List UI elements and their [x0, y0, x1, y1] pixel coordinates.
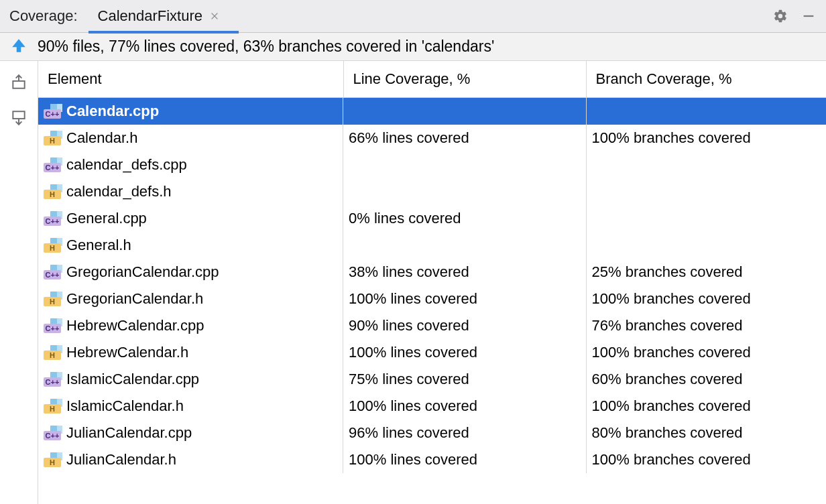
h-file-icon: H — [44, 184, 62, 199]
coverage-summary: 90% files, 77% lines covered, 63% branch… — [0, 33, 826, 61]
svg-rect-3 — [13, 81, 24, 88]
file-name: Calendar.cpp — [66, 103, 159, 120]
cell-branch-coverage: 100% branches covered — [586, 393, 826, 420]
table-row[interactable]: C++calendar_defs.cpp — [38, 151, 826, 178]
cell-line-coverage: 38% lines covered — [343, 259, 586, 286]
cpp-file-icon: C++ — [44, 426, 62, 440]
cell-line-coverage: 90% lines covered — [343, 312, 586, 339]
col-line[interactable]: Line Coverage, % — [343, 61, 586, 98]
cell-branch-coverage: 100% branches covered — [586, 339, 826, 366]
cpp-file-icon: C++ — [44, 211, 62, 226]
file-name: GregorianCalendar.h — [66, 290, 203, 308]
file-name: JulianCalendar.h — [66, 451, 176, 468]
cell-element: C++JulianCalendar.cpp — [38, 420, 343, 446]
file-name: HebrewCalendar.cpp — [66, 317, 204, 334]
panel-title: Coverage: — [9, 7, 78, 25]
cell-element: HCalendar.h — [38, 125, 343, 151]
file-name: calendar_defs.cpp — [66, 156, 187, 174]
cell-branch-coverage — [586, 151, 826, 178]
h-file-icon: H — [44, 292, 62, 306]
cell-branch-coverage: 25% branches covered — [586, 259, 826, 286]
file-name: General.h — [66, 237, 131, 254]
col-element[interactable]: Element — [38, 61, 343, 98]
file-name: JulianCalendar.cpp — [66, 424, 192, 442]
table-row[interactable]: C++Calendar.cpp — [38, 98, 826, 125]
table-row[interactable]: Hcalendar_defs.h — [38, 178, 826, 205]
table-row[interactable]: C++General.cpp0% lines covered — [38, 205, 826, 232]
file-name: HebrewCalendar.h — [66, 344, 188, 361]
cell-element: Hcalendar_defs.h — [38, 178, 343, 205]
cell-element: HJulianCalendar.h — [38, 446, 343, 473]
table-row[interactable]: C++JulianCalendar.cpp96% lines covered80… — [38, 420, 826, 446]
file-name: Calendar.h — [66, 129, 137, 147]
cell-line-coverage — [343, 98, 586, 125]
table-header-row: Element Line Coverage, % Branch Coverage… — [38, 61, 826, 98]
table-row[interactable]: C++HebrewCalendar.cpp90% lines covered76… — [38, 312, 826, 339]
cell-element: HGeneral.h — [38, 232, 343, 259]
coverage-panel-header: Coverage: CalendarFixture — [0, 0, 826, 33]
table-row[interactable]: HJulianCalendar.h100% lines covered100% … — [38, 446, 826, 473]
file-name: IslamicCalendar.cpp — [66, 371, 199, 388]
cpp-file-icon: C++ — [44, 104, 62, 119]
table-row[interactable]: HGeneral.h — [38, 232, 826, 259]
coverage-tab[interactable]: CalendarFixture — [98, 0, 221, 33]
cpp-file-icon: C++ — [44, 265, 62, 279]
cell-branch-coverage: 100% branches covered — [586, 446, 826, 473]
file-name: calendar_defs.h — [66, 183, 172, 200]
cell-element: C++Calendar.cpp — [38, 98, 343, 125]
table-row[interactable]: HIslamicCalendar.h100% lines covered100%… — [38, 393, 826, 420]
coverage-toolbar — [0, 33, 38, 504]
col-branch[interactable]: Branch Coverage, % — [586, 61, 826, 98]
cpp-file-icon: C++ — [44, 318, 62, 333]
active-tab-underline — [88, 31, 239, 34]
cell-line-coverage: 75% lines covered — [343, 366, 586, 393]
cell-element: C++GregorianCalendar.cpp — [38, 259, 343, 286]
cell-branch-coverage: 80% branches covered — [586, 420, 826, 446]
gear-icon[interactable] — [772, 8, 788, 24]
cell-branch-coverage: 76% branches covered — [586, 312, 826, 339]
cell-line-coverage: 66% lines covered — [343, 125, 586, 151]
cell-line-coverage — [343, 178, 586, 205]
coverage-table: Element Line Coverage, % Branch Coverage… — [38, 61, 826, 473]
close-tab-icon[interactable] — [209, 11, 220, 21]
cell-branch-coverage — [586, 232, 826, 259]
h-file-icon: H — [44, 238, 62, 253]
hide-panel-icon[interactable] — [801, 8, 817, 24]
table-row[interactable]: HGregorianCalendar.h100% lines covered10… — [38, 286, 826, 312]
cell-branch-coverage: 100% branches covered — [586, 125, 826, 151]
file-name: IslamicCalendar.h — [66, 397, 184, 415]
cell-line-coverage: 96% lines covered — [343, 420, 586, 446]
cell-element: HIslamicCalendar.h — [38, 393, 343, 420]
table-row[interactable]: C++IslamicCalendar.cpp75% lines covered6… — [38, 366, 826, 393]
expand-packages-icon[interactable] — [10, 109, 27, 127]
cell-line-coverage: 100% lines covered — [343, 393, 586, 420]
flatten-packages-icon[interactable] — [10, 73, 27, 90]
cpp-file-icon: C++ — [44, 158, 62, 172]
cell-branch-coverage: 100% branches covered — [586, 286, 826, 312]
h-file-icon: H — [44, 399, 62, 414]
cell-line-coverage: 100% lines covered — [343, 286, 586, 312]
h-file-icon: H — [44, 131, 62, 145]
table-row[interactable]: HCalendar.h66% lines covered100% branche… — [38, 125, 826, 151]
h-file-icon: H — [44, 452, 62, 467]
cell-line-coverage: 100% lines covered — [343, 339, 586, 366]
cell-element: HHebrewCalendar.h — [38, 339, 343, 366]
table-row[interactable]: HHebrewCalendar.h100% lines covered100% … — [38, 339, 826, 366]
go-up-icon[interactable] — [10, 37, 27, 54]
table-row[interactable]: C++GregorianCalendar.cpp38% lines covere… — [38, 259, 826, 286]
cell-element: C++General.cpp — [38, 205, 343, 232]
cell-branch-coverage: 60% branches covered — [586, 366, 826, 393]
cell-element: C++HebrewCalendar.cpp — [38, 312, 343, 339]
tab-label: CalendarFixture — [98, 7, 210, 25]
cell-line-coverage — [343, 151, 586, 178]
file-name: General.cpp — [66, 210, 147, 227]
cell-line-coverage — [343, 232, 586, 259]
cell-line-coverage: 100% lines covered — [343, 446, 586, 473]
cell-branch-coverage — [586, 98, 826, 125]
cpp-file-icon: C++ — [44, 372, 62, 387]
cell-branch-coverage — [586, 205, 826, 232]
cell-element: C++calendar_defs.cpp — [38, 151, 343, 178]
file-name: GregorianCalendar.cpp — [66, 263, 219, 281]
cell-line-coverage: 0% lines covered — [343, 205, 586, 232]
cell-element: C++IslamicCalendar.cpp — [38, 366, 343, 393]
